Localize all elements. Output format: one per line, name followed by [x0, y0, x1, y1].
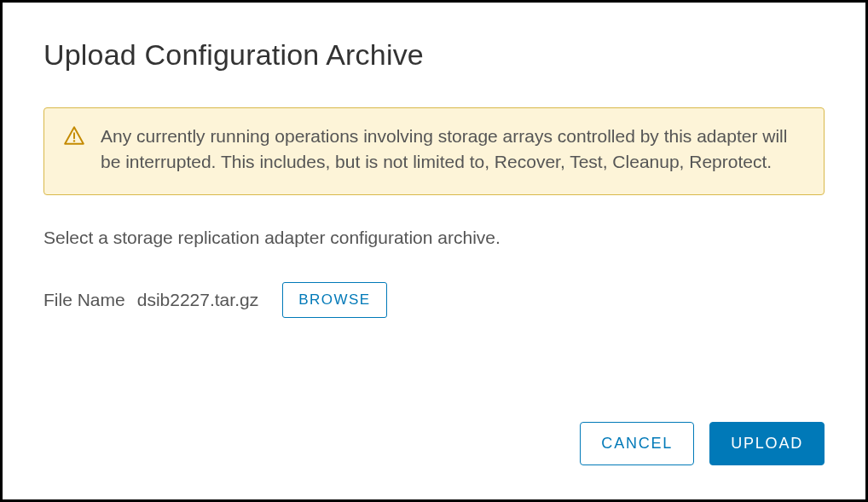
warning-alert: Any currently running operations involvi…: [43, 107, 825, 195]
dialog-button-row: CANCEL UPLOAD: [43, 422, 825, 465]
warning-icon: [63, 125, 85, 147]
browse-button[interactable]: BROWSE: [282, 282, 387, 318]
file-name-row: File Name dsib2227.tar.gz BROWSE: [43, 282, 825, 318]
cancel-button[interactable]: CANCEL: [580, 422, 694, 465]
instruction-text: Select a storage replication adapter con…: [43, 228, 825, 248]
upload-config-dialog: Upload Configuration Archive Any current…: [3, 3, 865, 499]
svg-point-1: [73, 140, 75, 141]
file-name-value: dsib2227.tar.gz: [137, 290, 258, 310]
dialog-title: Upload Configuration Archive: [43, 38, 825, 72]
warning-message: Any currently running operations involvi…: [101, 124, 805, 176]
upload-button[interactable]: UPLOAD: [709, 422, 825, 465]
file-name-label: File Name: [43, 290, 125, 310]
